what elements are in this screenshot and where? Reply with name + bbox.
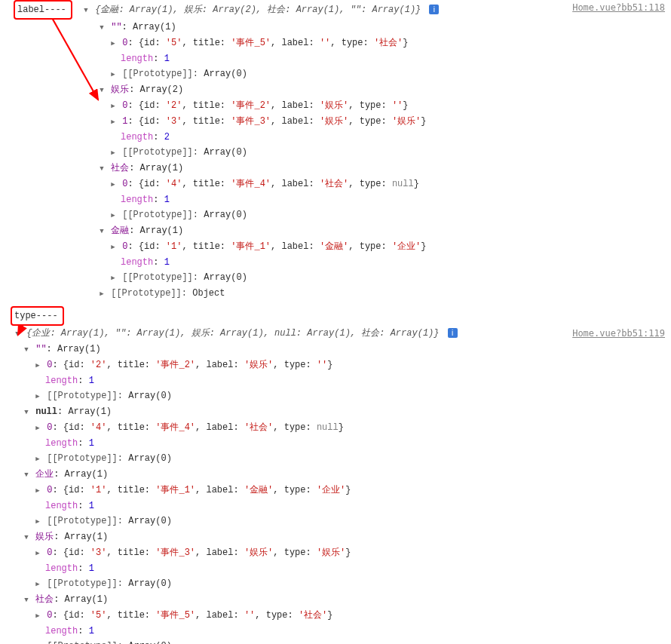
expand-toggle[interactable]: ▼ bbox=[82, 3, 90, 18]
expand-toggle[interactable]: ▶ bbox=[109, 36, 117, 51]
group-header-row[interactable]: ▼ null: Array(1) bbox=[0, 404, 671, 420]
expand-toggle[interactable]: ▶ bbox=[34, 577, 41, 592]
group-type: Array(1) bbox=[65, 469, 109, 480]
expand-toggle[interactable]: ▼ bbox=[98, 161, 106, 176]
length-label: length bbox=[121, 257, 153, 268]
prototype-row[interactable]: ▶ [[Prototype]]: Array(0) bbox=[0, 639, 671, 644]
expand-toggle[interactable]: ▶ bbox=[34, 421, 41, 436]
expand-toggle[interactable]: ▶ bbox=[34, 452, 41, 467]
expand-toggle[interactable]: ▶ bbox=[34, 639, 41, 644]
expand-toggle[interactable]: ▼ bbox=[23, 342, 30, 357]
console-log-header-2: ▼ {企业: Array(1), "": Array(1), 娱乐: Array… bbox=[0, 326, 671, 342]
expand-toggle[interactable]: ▶ bbox=[109, 115, 117, 130]
expand-toggle[interactable]: ▼ bbox=[23, 405, 30, 420]
length-label: length bbox=[121, 132, 153, 143]
expand-toggle[interactable]: ▼ bbox=[98, 83, 106, 98]
group-header-row[interactable]: ▼ 金融: Array(1) bbox=[0, 223, 671, 239]
expand-toggle[interactable]: ▼ bbox=[23, 468, 30, 483]
expand-toggle[interactable]: ▶ bbox=[109, 271, 117, 286]
group-key: 娱乐 bbox=[111, 84, 129, 95]
info-icon[interactable]: i bbox=[448, 328, 458, 338]
expand-toggle[interactable]: ▼ bbox=[23, 593, 30, 608]
group-type: Array(1) bbox=[57, 344, 101, 354]
expand-toggle[interactable]: ▼ bbox=[98, 20, 106, 35]
prototype-row[interactable]: ▶ [[Prototype]]: Array(0) bbox=[0, 270, 671, 286]
item-preview: {id: '1', title: '事件_1', label: '金融', ty… bbox=[63, 485, 351, 495]
length-row: length: 1 bbox=[0, 498, 671, 514]
item-preview: {id: '2', title: '事件_2', label: '娱乐', ty… bbox=[139, 100, 409, 111]
group-key: 社会 bbox=[111, 163, 129, 173]
item-preview: {id: '3', title: '事件_3', label: '娱乐', ty… bbox=[139, 116, 427, 127]
expand-toggle[interactable]: ▶ bbox=[34, 358, 41, 373]
expand-toggle[interactable]: ▶ bbox=[34, 483, 41, 498]
prototype-row[interactable]: ▶ [[Prototype]]: Array(0) bbox=[0, 207, 671, 223]
array-item-row[interactable]: ▶ 0: {id: '4', title: '事件_4', label: '社会… bbox=[0, 420, 671, 436]
prototype-row[interactable]: ▶ [[Prototype]]: Array(0) bbox=[0, 576, 671, 592]
length-row: length: 1 bbox=[0, 436, 671, 451]
length-value: 1 bbox=[164, 54, 170, 64]
expand-toggle[interactable]: ▶ bbox=[34, 609, 41, 624]
prototype-row[interactable]: ▶ [[Prototype]]: Array(0) bbox=[0, 66, 671, 82]
group-type: Array(1) bbox=[65, 532, 109, 542]
group-header-row[interactable]: ▼ 社会: Array(1) bbox=[0, 592, 671, 608]
group-key: "" bbox=[35, 344, 46, 354]
length-row: length: 1 bbox=[0, 51, 671, 66]
expand-toggle[interactable]: ▶ bbox=[109, 99, 117, 114]
prototype-label: [[Prototype]] bbox=[122, 210, 193, 220]
expand-toggle[interactable]: ▶ bbox=[109, 146, 117, 161]
expand-toggle[interactable]: ▶ bbox=[98, 287, 106, 302]
prototype-value: Array(0) bbox=[204, 210, 247, 220]
expand-toggle[interactable]: ▶ bbox=[34, 546, 41, 561]
expand-toggle[interactable]: ▼ bbox=[23, 530, 30, 545]
highlight-box-label: label---- bbox=[14, 0, 72, 20]
prototype-value: Array(0) bbox=[128, 453, 172, 464]
expand-toggle[interactable]: ▶ bbox=[34, 514, 41, 529]
item-preview: {id: '5', title: '事件_5', label: '', type… bbox=[139, 38, 409, 48]
prototype-row[interactable]: ▶ [[Prototype]]: Array(0) bbox=[0, 145, 671, 161]
array-item-row[interactable]: ▶ 0: {id: '2', title: '事件_2', label: '娱乐… bbox=[0, 357, 671, 373]
expand-toggle[interactable]: ▼ bbox=[98, 224, 106, 239]
expand-toggle[interactable]: ▶ bbox=[109, 67, 117, 82]
group-header-row[interactable]: ▼ 社会: Array(1) bbox=[0, 161, 671, 176]
group-header-row[interactable]: ▼ "": Array(1) bbox=[0, 20, 671, 35]
array-item-row[interactable]: ▶ 0: {id: '2', title: '事件_2', label: '娱乐… bbox=[0, 98, 671, 114]
prototype-label: [[Prototype]] bbox=[47, 453, 118, 464]
array-item-row[interactable]: ▶ 0: {id: '3', title: '事件_3', label: '娱乐… bbox=[0, 545, 671, 561]
object-summary[interactable]: {金融: Array(1), 娱乐: Array(2), 社会: Array(1… bbox=[95, 5, 421, 15]
info-icon[interactable]: i bbox=[429, 5, 439, 14]
object-summary[interactable]: {企业: Array(1), "": Array(1), 娱乐: Array(1… bbox=[26, 328, 439, 339]
group-header-row[interactable]: ▼ 娱乐: Array(2) bbox=[0, 82, 671, 98]
expand-toggle[interactable]: ▶ bbox=[109, 177, 117, 192]
expand-toggle[interactable]: ▶ bbox=[34, 389, 41, 404]
prototype-value: Object bbox=[192, 288, 225, 299]
expand-toggle[interactable]: ▼ bbox=[14, 327, 21, 342]
item-preview: {id: '4', title: '事件_4', label: '社会', ty… bbox=[63, 422, 344, 433]
length-label: length bbox=[45, 438, 78, 449]
length-row: length: 2 bbox=[0, 130, 671, 145]
group-header-row[interactable]: ▼ "": Array(1) bbox=[0, 342, 671, 357]
prototype-row[interactable]: ▶ [[Prototype]]: Array(0) bbox=[0, 514, 671, 529]
group-key: "" bbox=[111, 22, 121, 32]
array-item-row[interactable]: ▶ 0: {id: '5', title: '事件_5', label: '',… bbox=[0, 35, 671, 51]
prototype-label: [[Prototype]] bbox=[47, 578, 118, 589]
highlight-box-type: type---- bbox=[11, 306, 64, 326]
prototype-row[interactable]: ▶ [[Prototype]]: Object bbox=[0, 286, 671, 302]
group-type: Array(1) bbox=[133, 22, 176, 32]
length-label: length bbox=[45, 626, 78, 636]
array-item-row[interactable]: ▶ 0: {id: '5', title: '事件_5', label: '',… bbox=[0, 608, 671, 624]
prototype-row[interactable]: ▶ [[Prototype]]: Array(0) bbox=[0, 451, 671, 467]
expand-toggle[interactable]: ▶ bbox=[109, 240, 117, 255]
length-value: 1 bbox=[164, 257, 170, 268]
array-item-row[interactable]: ▶ 0: {id: '4', title: '事件_4', label: '社会… bbox=[0, 176, 671, 192]
prototype-row[interactable]: ▶ [[Prototype]]: Array(0) bbox=[0, 388, 671, 404]
group-header-row[interactable]: ▼ 娱乐: Array(1) bbox=[0, 529, 671, 545]
source-link-1[interactable]: Home.vue?bb51:118 bbox=[572, 0, 665, 15]
array-item-row[interactable]: ▶ 0: {id: '1', title: '事件_1', label: '金融… bbox=[0, 239, 671, 255]
group-header-row[interactable]: ▼ 企业: Array(1) bbox=[0, 467, 671, 483]
array-item-row[interactable]: ▶ 1: {id: '3', title: '事件_3', label: '娱乐… bbox=[0, 114, 671, 130]
item-preview: {id: '3', title: '事件_3', label: '娱乐', ty… bbox=[63, 547, 351, 558]
expand-toggle[interactable]: ▶ bbox=[109, 208, 117, 223]
item-preview: {id: '2', title: '事件_2', label: '娱乐', ty… bbox=[63, 360, 333, 370]
array-item-row[interactable]: ▶ 0: {id: '1', title: '事件_1', label: '金融… bbox=[0, 483, 671, 498]
source-link-2[interactable]: Home.vue?bb51:119 bbox=[572, 326, 665, 341]
